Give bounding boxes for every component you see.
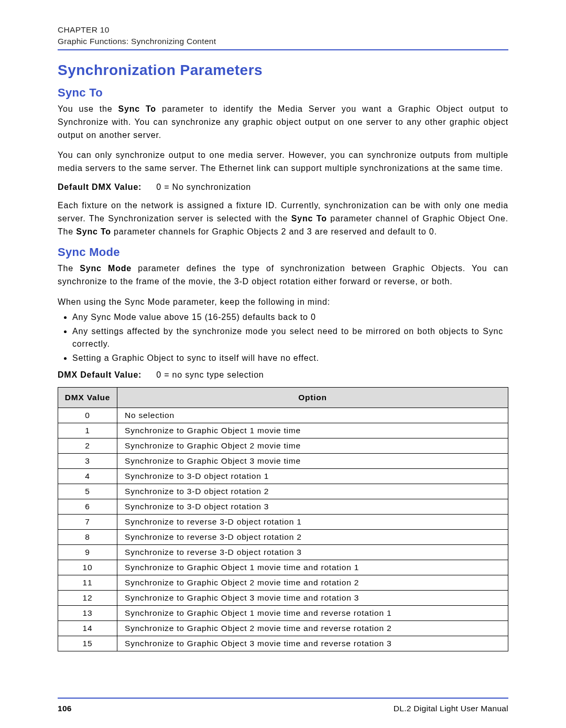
sync-mode-bullets: Any Sync Mode value above 15 (16-255) de… (72, 311, 508, 365)
cell-dmx-value: 7 (58, 514, 117, 529)
cell-option: Synchronize to Graphic Object 1 movie ti… (117, 560, 508, 575)
page-title: Synchronization Parameters (58, 62, 508, 79)
cell-option: Synchronize to 3-D object rotation 1 (117, 468, 508, 484)
table-row: 4Synchronize to 3-D object rotation 1 (58, 468, 508, 484)
cell-option: Synchronize to 3-D object rotation 3 (117, 499, 508, 514)
sync-to-paragraph-2: You can only synchronize output to one m… (58, 149, 508, 175)
table-row: 9Synchronize to reverse 3-D object rotat… (58, 544, 508, 560)
section-sync-mode: Sync Mode (58, 245, 508, 259)
cell-dmx-value: 5 (58, 484, 117, 499)
cell-dmx-value: 6 (58, 499, 117, 514)
table-row: 12Synchronize to Graphic Object 3 movie … (58, 590, 508, 605)
cell-option: Synchronize to reverse 3-D object rotati… (117, 529, 508, 544)
header-rule (58, 49, 508, 50)
cell-dmx-value: 1 (58, 423, 117, 438)
bold-sync-to: Sync To (118, 104, 156, 113)
cell-option: Synchronize to Graphic Object 2 movie ti… (117, 620, 508, 636)
sync-to-default: Default DMX Value: 0 = No synchronizatio… (58, 183, 508, 192)
bold-sync-mode: Sync Mode (80, 264, 132, 273)
table-row: 6Synchronize to 3-D object rotation 3 (58, 499, 508, 514)
table-row: 5Synchronize to 3-D object rotation 2 (58, 484, 508, 499)
col-option: Option (117, 387, 508, 408)
default-value: 0 = No synchronization (156, 183, 251, 192)
default-label: DMX Default Value: (58, 370, 142, 380)
cell-option: Synchronize to reverse 3-D object rotati… (117, 514, 508, 529)
default-value: 0 = no sync type selection (156, 370, 264, 380)
sync-mode-paragraph-1: The Sync Mode parameter defines the type… (58, 262, 508, 288)
page-number: 106 (58, 704, 72, 713)
chapter-section: Graphic Functions: Synchronizing Content (58, 37, 508, 46)
table-row: 13Synchronize to Graphic Object 1 movie … (58, 605, 508, 620)
cell-dmx-value: 3 (58, 453, 117, 468)
table-row: 2Synchronize to Graphic Object 2 movie t… (58, 438, 508, 453)
cell-option: Synchronize to Graphic Object 3 movie ti… (117, 590, 508, 605)
cell-option: Synchronize to Graphic Object 3 movie ti… (117, 636, 508, 651)
sync-mode-default: DMX Default Value: 0 = no sync type sele… (58, 370, 508, 380)
cell-option: Synchronize to Graphic Object 2 movie ti… (117, 438, 508, 453)
cell-dmx-value: 11 (58, 575, 117, 590)
cell-dmx-value: 10 (58, 560, 117, 575)
cell-dmx-value: 8 (58, 529, 117, 544)
cell-dmx-value: 2 (58, 438, 117, 453)
table-row: 8Synchronize to reverse 3-D object rotat… (58, 529, 508, 544)
cell-option: Synchronize to Graphic Object 1 movie ti… (117, 423, 508, 438)
text: The (58, 264, 80, 273)
text: parameter channels for Graphic Objects 2… (111, 227, 437, 236)
chapter-label: CHAPTER 10 (58, 25, 508, 35)
dmx-table: DMX Value Option 0No selection1Synchroni… (58, 387, 508, 651)
section-sync-to: Sync To (58, 86, 508, 100)
table-row: 10Synchronize to Graphic Object 1 movie … (58, 560, 508, 575)
cell-dmx-value: 12 (58, 590, 117, 605)
table-row: 0No selection (58, 408, 508, 423)
table-row: 1Synchronize to Graphic Object 1 movie t… (58, 423, 508, 438)
list-item: Setting a Graphic Object to sync to itse… (72, 352, 508, 365)
table-row: 14Synchronize to Graphic Object 2 movie … (58, 620, 508, 636)
page-footer: 106 DL.2 Digital Light User Manual (58, 698, 508, 713)
cell-dmx-value: 15 (58, 636, 117, 651)
sync-to-paragraph-1: You use the Sync To parameter to identif… (58, 103, 508, 142)
cell-dmx-value: 9 (58, 544, 117, 560)
cell-option: No selection (117, 408, 508, 423)
bold-sync-to: Sync To (76, 227, 111, 236)
default-label: Default DMX Value: (58, 183, 142, 192)
col-dmx-value: DMX Value (58, 387, 117, 408)
cell-option: Synchronize to Graphic Object 2 movie ti… (117, 575, 508, 590)
bold-sync-to: Sync To (291, 214, 327, 223)
cell-dmx-value: 14 (58, 620, 117, 636)
list-item: Any settings affected by the synchronize… (72, 325, 508, 351)
cell-dmx-value: 4 (58, 468, 117, 484)
text: You use the (58, 104, 118, 113)
table-row: 11Synchronize to Graphic Object 2 movie … (58, 575, 508, 590)
cell-option: Synchronize to reverse 3-D object rotati… (117, 544, 508, 560)
cell-option: Synchronize to Graphic Object 3 movie ti… (117, 453, 508, 468)
cell-dmx-value: 13 (58, 605, 117, 620)
manual-title: DL.2 Digital Light User Manual (394, 704, 508, 713)
table-row: 7Synchronize to reverse 3-D object rotat… (58, 514, 508, 529)
table-row: 15Synchronize to Graphic Object 3 movie … (58, 636, 508, 651)
sync-to-paragraph-3: Each fixture on the network is assigned … (58, 199, 508, 238)
table-header-row: DMX Value Option (58, 387, 508, 408)
cell-option: Synchronize to 3-D object rotation 2 (117, 484, 508, 499)
cell-dmx-value: 0 (58, 408, 117, 423)
list-item: Any Sync Mode value above 15 (16-255) de… (72, 311, 508, 324)
table-row: 3Synchronize to Graphic Object 3 movie t… (58, 453, 508, 468)
sync-mode-paragraph-2: When using the Sync Mode parameter, keep… (58, 296, 508, 309)
cell-option: Synchronize to Graphic Object 1 movie ti… (117, 605, 508, 620)
